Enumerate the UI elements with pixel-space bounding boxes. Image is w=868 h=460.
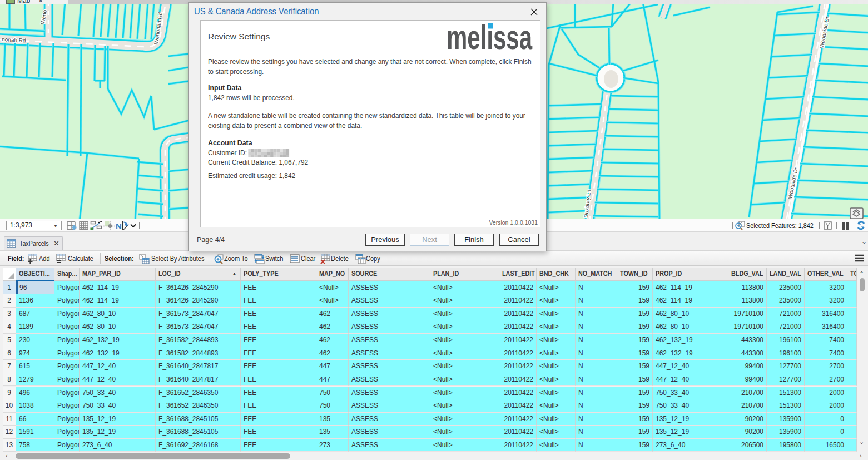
svg-text:N: N [116,221,122,231]
